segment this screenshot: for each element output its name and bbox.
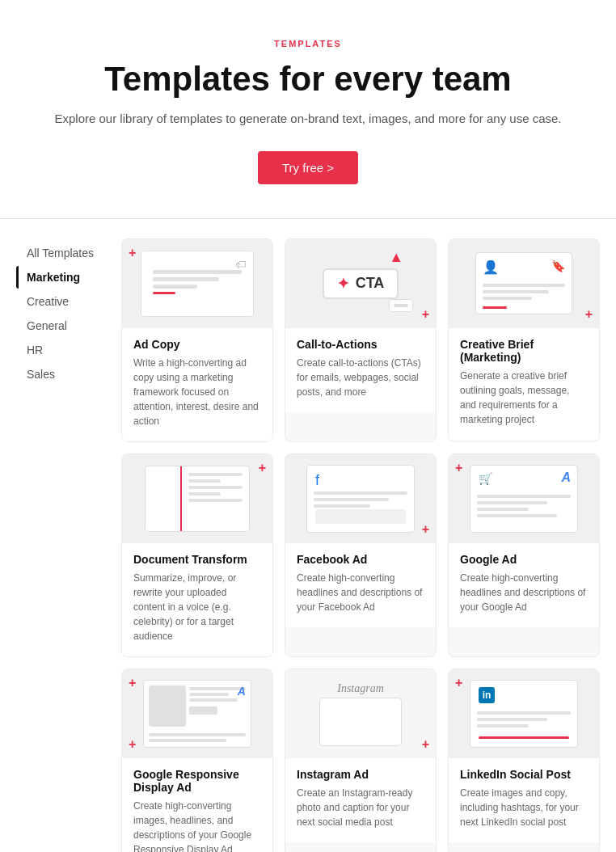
doc-transform-title: Document Transform xyxy=(133,553,261,566)
main-layout: All Templates Marketing Creative General… xyxy=(0,219,616,852)
cta-title: Call-to-Actions xyxy=(297,338,424,351)
plus-icon-tl: + xyxy=(129,246,136,260)
cta-desc: Create call-to-actions (CTAs) for emails… xyxy=(297,356,424,399)
linkedin-title: LinkedIn Social Post xyxy=(460,768,588,781)
template-card-google-ad[interactable]: + 🛒 A xyxy=(448,453,600,657)
template-card-instagram-ad[interactable]: Instagram + Instagram Ad Create an Insta… xyxy=(285,669,437,852)
ad-copy-title: Ad Copy xyxy=(133,338,261,351)
instagram-ad-card-body: Instagram Ad Create an Instagram-ready p… xyxy=(285,758,436,842)
google-responsive-preview: + + A xyxy=(122,669,272,758)
templates-grid: + 🏷 Ad Copy Write a high-converting ad c… xyxy=(121,238,600,852)
brand-icon: ✦ xyxy=(337,275,349,293)
hero-title: Templates for every team xyxy=(16,60,600,99)
sidebar-item-sales[interactable]: Sales xyxy=(16,363,105,386)
sidebar-item-creative[interactable]: Creative xyxy=(16,290,105,313)
linkedin-card-body: LinkedIn Social Post Create images and c… xyxy=(449,758,599,842)
template-card-facebook-ad[interactable]: + f Facebook Ad xyxy=(285,453,437,657)
plus-icon-tl: + xyxy=(129,676,136,690)
plus-icon-tr: + xyxy=(259,461,266,475)
cta-label: CTA xyxy=(356,275,385,292)
template-card-creative-brief[interactable]: + 👤 🔖 C xyxy=(448,238,600,442)
google-ad-preview: + 🛒 A xyxy=(449,454,599,543)
template-card-doc-transform[interactable]: + Doc xyxy=(121,453,273,657)
sidebar-item-general[interactable]: General xyxy=(16,314,105,337)
cta-card-body: Call-to-Actions Create call-to-actions (… xyxy=(285,328,436,412)
plus-icon-br: + xyxy=(422,307,429,322)
template-card-google-responsive[interactable]: + + A xyxy=(121,669,273,852)
creative-brief-title: Creative Brief (Marketing) xyxy=(460,338,588,364)
facebook-ad-title: Facebook Ad xyxy=(297,553,424,566)
instagram-ad-desc: Create an Instagram-ready photo and capt… xyxy=(297,786,424,829)
facebook-logo-icon: f xyxy=(315,472,319,489)
plus-icon-br: + xyxy=(585,307,593,322)
cta-badge: ✦ CTA xyxy=(323,268,399,299)
doc-transform-preview: + xyxy=(122,454,272,543)
sidebar-item-marketing[interactable]: Marketing xyxy=(16,266,105,289)
shopping-icon: 🛒 xyxy=(479,472,492,485)
google-ad-title: Google Ad xyxy=(460,553,588,566)
google-responsive-desc: Create high-converting images, headlines… xyxy=(133,799,261,852)
doc-transform-card-body: Document Transform Summarize, improve, o… xyxy=(122,543,272,656)
plus-icon-tl: + xyxy=(455,676,462,690)
google-ad-card-body: Google Ad Create high-converting headlin… xyxy=(449,543,599,627)
linkedin-logo-icon: in xyxy=(479,687,495,703)
template-card-ad-copy[interactable]: + 🏷 Ad Copy Write a high-converting ad c… xyxy=(121,238,273,442)
sidebar-item-all[interactable]: All Templates xyxy=(16,242,105,264)
bookmark-icon: 🔖 xyxy=(551,259,565,272)
ad-copy-preview: + 🏷 xyxy=(122,239,272,328)
sidebar-item-hr[interactable]: HR xyxy=(16,339,105,361)
template-card-cta[interactable]: ▲ ✦ CTA + Call-to-Actions Create call-to… xyxy=(285,238,437,442)
google-responsive-card-body: Google Responsive Display Ad Create high… xyxy=(122,758,272,852)
hero-section: TEMPLATES Templates for every team Explo… xyxy=(0,0,616,210)
google-responsive-title: Google Responsive Display Ad xyxy=(133,768,261,794)
tag-icon: 🏷 xyxy=(235,258,247,271)
instagram-ad-preview: Instagram + xyxy=(285,669,436,758)
page-wrapper: TEMPLATES Templates for every team Explo… xyxy=(0,0,616,852)
google-ad-desc: Create high-converting headlines and des… xyxy=(460,571,588,614)
ad-copy-card-body: Ad Copy Write a high-converting ad copy … xyxy=(122,328,272,441)
linkedin-preview: + in xyxy=(449,669,599,758)
person-icon: 👤 xyxy=(483,259,499,275)
plus-icon-br: + xyxy=(422,522,429,537)
creative-brief-preview: + 👤 🔖 xyxy=(449,239,599,328)
instagram-ad-title: Instagram Ad xyxy=(297,768,424,781)
instagram-label: Instagram xyxy=(337,682,384,695)
facebook-ad-card-body: Facebook Ad Create high-converting headl… xyxy=(285,543,436,627)
hero-subtitle: Explore our library of templates to gene… xyxy=(16,110,600,129)
facebook-ad-preview: + f xyxy=(285,454,436,543)
doc-transform-desc: Summarize, improve, or rewrite your uplo… xyxy=(133,571,261,643)
cta-small-button xyxy=(389,299,413,312)
plus-icon-bl: + xyxy=(129,737,136,752)
arrow-icon: ▲ xyxy=(389,249,403,266)
cta-preview: ▲ ✦ CTA + xyxy=(285,239,436,328)
try-free-button[interactable]: Try free > xyxy=(258,151,358,184)
ad-copy-desc: Write a high-converting ad copy using a … xyxy=(133,356,261,428)
hero-label: TEMPLATES xyxy=(16,39,600,49)
creative-brief-card-body: Creative Brief (Marketing) Generate a cr… xyxy=(449,328,599,440)
template-card-linkedin[interactable]: + in LinkedIn Social Post xyxy=(448,669,600,852)
facebook-ad-desc: Create high-converting headlines and des… xyxy=(297,571,424,614)
creative-brief-desc: Generate a creative brief outlining goal… xyxy=(460,369,588,427)
plus-icon-tl: + xyxy=(455,461,462,475)
sidebar-nav: All Templates Marketing Creative General… xyxy=(16,238,105,852)
linkedin-desc: Create images and copy, including hashta… xyxy=(460,786,588,829)
plus-icon-br: + xyxy=(422,737,429,752)
